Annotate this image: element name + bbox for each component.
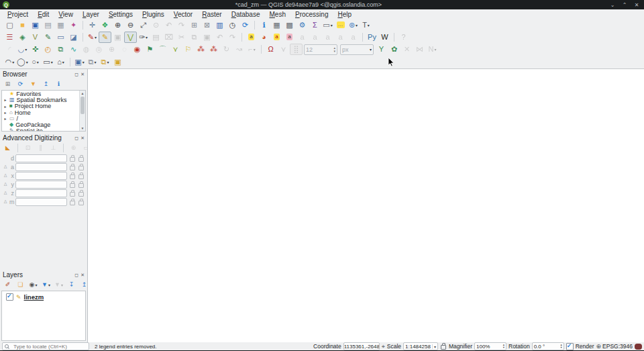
vertex-tool-button[interactable]: ✑▾ — [137, 32, 150, 43]
split-parts-button[interactable]: ⚐ — [182, 44, 195, 55]
new-annotation-button[interactable]: ⧉▾ — [99, 56, 111, 68]
scroll-up-icon[interactable]: ▲ — [80, 91, 85, 96]
magnifier-spin[interactable]: 100% ▴▾ — [474, 342, 506, 350]
refresh-map-button[interactable]: ⟳ — [239, 19, 252, 31]
browser-item-geopackage[interactable]: ◆GeoPackage — [2, 121, 85, 128]
scrollbar-thumb[interactable] — [80, 97, 85, 114]
menu-processing[interactable]: Processing — [290, 11, 333, 18]
map-tips-button[interactable]: … — [334, 19, 347, 31]
rotation-spin[interactable]: 0.0 ° ▴▾ — [532, 342, 564, 350]
pan-map-button[interactable]: ✛ — [86, 19, 99, 31]
scroll-down-icon[interactable]: ▼ — [80, 126, 85, 131]
menu-database[interactable]: Database — [227, 11, 265, 18]
minimize-button[interactable]: ⌄ — [608, 2, 617, 8]
close-panel-icon[interactable]: ✕ — [80, 72, 85, 77]
menu-vector[interactable]: Vector — [169, 11, 197, 18]
browser-item-home[interactable]: ▸⌂Home — [2, 109, 85, 115]
open-attribute-table-button[interactable]: ▦ — [270, 19, 283, 31]
browser-item-root[interactable]: ▸▭/ — [2, 115, 85, 121]
add-line-feature-button[interactable]: ⋁ — [124, 32, 137, 43]
filter-legend-button[interactable]: ▼▾ — [40, 280, 52, 290]
open-layer-styling-button[interactable]: ✐ — [2, 280, 13, 290]
coordinate-input[interactable] — [343, 342, 380, 350]
avoid-overlap-button[interactable]: ✿ — [388, 44, 400, 55]
temporal-controller-button[interactable]: ◷ — [226, 19, 239, 31]
expander-icon[interactable]: ▸ — [3, 97, 7, 102]
browser-item-spatial-bookmarks[interactable]: ▸▥Spatial Bookmarks — [2, 97, 85, 103]
processing-toolbox-button[interactable]: ⚙ — [296, 19, 309, 31]
python-console-button[interactable]: Py — [366, 32, 378, 43]
style-manager-button[interactable]: ✦ — [67, 19, 80, 31]
render-checkbox[interactable] — [566, 343, 574, 350]
current-edits-button[interactable]: ✎▾ — [86, 32, 99, 43]
scale-combo[interactable]: 1:1484258 ▾ — [403, 342, 438, 350]
browser-item-favorites[interactable]: ★Favorites — [2, 91, 85, 97]
layer-visibility-checkbox[interactable] — [6, 293, 13, 301]
expander-icon[interactable]: ▸ — [3, 110, 7, 115]
layer-labeling-button[interactable]: a — [245, 32, 258, 43]
copy-move-feature-button[interactable]: ⧉ — [54, 44, 67, 55]
crs-status-button[interactable]: ⊕ EPSG:3946 — [596, 343, 633, 350]
menu-help[interactable]: Help — [333, 11, 356, 18]
float-panel-icon[interactable]: ◻ — [74, 272, 78, 277]
rotate-feature-button[interactable]: ◴ — [42, 44, 54, 55]
delta-toggle-icon[interactable]: Δ — [3, 164, 8, 169]
close-button[interactable]: ✕ — [632, 2, 641, 8]
open-project-button[interactable]: ■ — [16, 19, 29, 31]
measure-line-button[interactable]: ▭▾ — [321, 19, 334, 31]
maximize-button[interactable]: ⌃ — [620, 2, 629, 8]
pin-labels-button[interactable]: a — [270, 32, 283, 43]
manage-map-themes-button[interactable]: ◉▾ — [28, 280, 39, 290]
browser-scrollbar[interactable]: ▲ ▼ — [79, 91, 85, 131]
delta-toggle-icon[interactable]: Δ — [3, 182, 8, 187]
merge-features-button[interactable]: ⁂ — [195, 44, 207, 55]
map-canvas[interactable] — [88, 69, 644, 342]
cad-input-d[interactable] — [15, 154, 67, 162]
log-messages-button[interactable] — [635, 344, 642, 350]
merge-attributes-button[interactable]: ⁂ — [207, 44, 220, 55]
properties-widget-button[interactable]: ℹ — [53, 79, 64, 89]
enable-snapping-button[interactable]: Ω — [264, 44, 277, 55]
menu-plugins[interactable]: Plugins — [138, 11, 169, 18]
close-panel-icon[interactable]: ✕ — [80, 272, 85, 277]
regular-polygon-button[interactable]: ⌂▾ — [54, 56, 67, 68]
delta-toggle-icon[interactable]: Δ — [3, 199, 8, 204]
digitize-with-curve-button[interactable]: ◡▾ — [16, 44, 29, 55]
topological-editing-button[interactable]: Y — [375, 44, 388, 55]
statistical-summary-button[interactable]: Σ — [309, 19, 321, 31]
menu-raster[interactable]: Raster — [197, 11, 226, 18]
expander-icon[interactable]: ▸ — [3, 104, 7, 109]
save-project-button[interactable]: ▣ — [29, 19, 42, 31]
toggle-editing-button[interactable]: ✎ — [99, 32, 111, 43]
menu-settings[interactable]: Settings — [104, 11, 138, 18]
identify-features-button[interactable]: ℹ — [258, 19, 270, 31]
new-shapefile-layer-button[interactable]: V — [29, 32, 42, 43]
browser-item-spatialite[interactable]: ✎SpatiaLite — [2, 128, 85, 132]
layer-item-linezm[interactable]: ✎linezm — [2, 291, 85, 301]
add-selected-layers-button[interactable]: ⊞ — [2, 79, 13, 89]
highlight-pinned-labels-button[interactable]: a — [283, 32, 296, 43]
refresh-browser-button[interactable]: ⟳ — [15, 79, 26, 89]
menu-view[interactable]: View — [54, 11, 78, 18]
reshape-features-button[interactable]: ⚑ — [144, 44, 156, 55]
float-panel-icon[interactable]: ◻ — [74, 72, 78, 77]
menu-layer[interactable]: Layer — [78, 11, 104, 18]
new-map-view-button[interactable]: ⊞ — [188, 19, 201, 31]
delta-toggle-icon[interactable]: Δ — [3, 191, 8, 195]
collapse-all-layers-button[interactable]: ↥ — [78, 280, 87, 290]
layer-diagram-button[interactable]: ◕ — [258, 32, 270, 43]
new-memory-layer-button[interactable]: ▭ — [54, 32, 67, 43]
locate-input[interactable] — [12, 343, 82, 350]
ellipse-button[interactable]: ○▾ — [29, 56, 42, 68]
enable-advanced-digitizing-button[interactable]: ◣ — [2, 143, 13, 153]
expand-all-layers-button[interactable]: ↧ — [66, 280, 77, 290]
new-geopackage-layer-button[interactable]: ✎ — [42, 32, 54, 43]
new-virtual-layer-button[interactable]: ◪ — [67, 32, 80, 43]
pan-to-selection-button[interactable]: ❖ — [99, 19, 111, 31]
circular-string-button[interactable]: ◠▾ — [3, 56, 16, 68]
menu-project[interactable]: Project — [3, 11, 33, 18]
new-spatial-bookmark-button[interactable]: ⊛▾ — [347, 19, 360, 31]
expander-icon[interactable]: ▸ — [3, 116, 7, 121]
zoom-out-button[interactable]: ⊖ — [124, 19, 137, 31]
spin-arrows-icon[interactable]: ▴▾ — [560, 344, 561, 350]
